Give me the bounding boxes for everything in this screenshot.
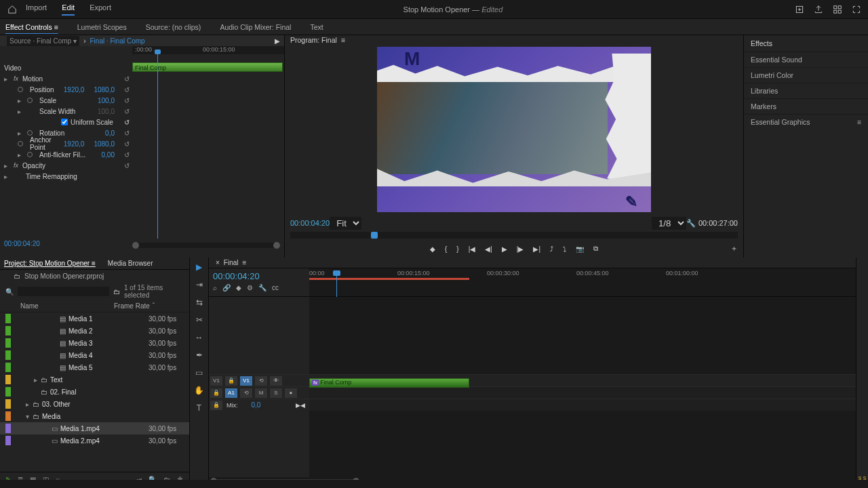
label-color-swatch[interactable] (5, 399, 11, 409)
play-effect-icon[interactable]: ▶ (275, 37, 280, 45)
label-color-swatch[interactable] (5, 436, 11, 445)
panel-tab-source[interactable]: Source: (no clips) (146, 23, 201, 31)
panel-menu-icon[interactable]: ≡ (857, 118, 861, 126)
compare-icon[interactable]: ⧉ (593, 245, 598, 253)
sequence-link[interactable]: Final · Final Comp (90, 37, 145, 45)
reset-icon[interactable]: ↺ (124, 151, 130, 159)
reset-icon[interactable]: ↺ (124, 86, 130, 94)
tab-edit[interactable]: Edit (62, 3, 75, 16)
project-item[interactable]: ▭Media 1.mp430,00 fps (0, 422, 189, 434)
panel-tab-essential-graphics[interactable]: Essential Graphics≡ (744, 114, 868, 129)
label-color-swatch[interactable] (5, 375, 11, 384)
reset-icon[interactable]: ↺ (124, 108, 130, 115)
project-item[interactable]: ▸🗀03. Other (0, 398, 189, 410)
reset-icon[interactable]: ↺ (124, 119, 130, 126)
reset-icon[interactable]: ↺ (124, 129, 130, 137)
effect-zoom-knob-right[interactable] (273, 242, 280, 249)
type-tool-icon[interactable]: T (194, 403, 205, 413)
solo-icon[interactable]: S (270, 388, 282, 398)
track-target-a1[interactable]: A1 (225, 388, 237, 398)
sequence-tab[interactable]: Final (224, 259, 239, 266)
disclosure-icon[interactable]: ▸ (34, 376, 41, 384)
project-item[interactable]: ▭Media 2.mp430,00 fps (0, 434, 189, 447)
effect-zoom-knob-left[interactable] (132, 242, 139, 249)
zoom-fit-select[interactable]: Fit (330, 217, 361, 230)
play-icon[interactable]: ▶ (502, 245, 507, 253)
wrench-icon[interactable]: 🔧 (258, 284, 267, 291)
cc-icon[interactable]: cc (272, 284, 279, 291)
search-icon[interactable]: 🔍 (5, 288, 14, 296)
reset-icon[interactable]: ↺ (124, 140, 130, 148)
project-item[interactable]: 🗀02. Final (0, 386, 189, 398)
pen-tool-icon[interactable]: ✒ (194, 350, 205, 361)
tab-import[interactable]: Import (26, 3, 47, 16)
opacity-effect[interactable]: Opacity (22, 162, 120, 169)
marker-icon[interactable]: ◆ (236, 284, 241, 291)
quick-export-icon[interactable] (795, 5, 804, 14)
scrub-playhead[interactable] (371, 232, 378, 239)
program-timecode[interactable]: 00:00:04:20 (290, 219, 330, 227)
ripple-tool-icon[interactable]: ⇆ (194, 297, 205, 308)
position-x[interactable]: 1920,0 (64, 86, 85, 94)
panel-tab-lumetri-color[interactable]: Lumetri Color (744, 67, 868, 83)
column-framerate[interactable]: Frame Rate ˆ (114, 302, 184, 310)
keyframe-toggle[interactable] (27, 98, 33, 103)
label-color-swatch[interactable] (5, 338, 11, 348)
tab-export[interactable]: Export (90, 3, 111, 16)
uniform-scale-checkbox[interactable] (61, 119, 68, 125)
anchor-x[interactable]: 1920,0 (64, 140, 85, 148)
export-frame-icon[interactable]: 📷 (576, 245, 584, 253)
fx-icon[interactable]: fx (14, 75, 18, 82)
panel-tab-markers[interactable]: Markers (744, 98, 868, 114)
rotation-value[interactable]: 0,0 (105, 129, 115, 137)
panel-tab-essential-sound[interactable]: Essential Sound (744, 52, 868, 67)
panel-tab-effects[interactable]: Effects (744, 35, 868, 52)
source-patch-v1[interactable]: V1 (210, 376, 222, 386)
anchor-y[interactable]: 1080,0 (94, 140, 115, 148)
project-item[interactable]: ▤Media 530,00 fps (0, 361, 189, 373)
hand-tool-icon[interactable]: ✋ (194, 385, 205, 396)
add-marker-icon[interactable]: ◆ (430, 245, 435, 253)
step-forward-icon[interactable]: |▶ (517, 245, 524, 253)
program-scrubber[interactable] (290, 232, 738, 239)
program-monitor[interactable]: M ✎ (377, 47, 651, 212)
panel-tab-audio-mixer[interactable]: Audio Clip Mixer: Final (220, 23, 291, 31)
sort-asc-icon[interactable]: ˆ (153, 302, 155, 310)
go-to-out-icon[interactable]: ▶| (533, 245, 540, 253)
track-target-v1[interactable]: V1 (240, 376, 252, 386)
project-item[interactable]: ▤Media 430,00 fps (0, 349, 189, 361)
fx-icon[interactable]: fx (14, 162, 18, 169)
column-name[interactable]: Name (5, 302, 114, 310)
label-color-swatch[interactable] (5, 387, 11, 396)
panel-tab-project[interactable]: Project: Stop Motion Opener ≡ (4, 260, 96, 267)
timeline-clip[interactable]: fxFinal Comp (309, 378, 469, 388)
disclosure-icon[interactable]: ▾ (26, 413, 33, 420)
label-color-swatch[interactable] (5, 350, 11, 360)
disclosure-icon[interactable]: ▸ (26, 401, 33, 408)
panel-tab-libraries[interactable]: Libraries (744, 83, 868, 98)
mute-icon[interactable]: M (255, 388, 267, 398)
project-item[interactable]: ▸🗀Text (0, 373, 189, 386)
panel-tab-text[interactable]: Text (310, 23, 323, 31)
label-color-swatch[interactable] (5, 363, 11, 372)
step-back-icon[interactable]: ◀| (485, 245, 492, 253)
wrench-icon[interactable]: 🔧 (686, 219, 696, 228)
effect-playhead[interactable] (157, 54, 158, 258)
workspace-menu-icon[interactable] (833, 5, 842, 14)
rectangle-tool-icon[interactable]: ▭ (194, 367, 205, 378)
project-item[interactable]: ▤Media 130,00 fps (0, 312, 189, 325)
project-item[interactable]: ▤Media 230,00 fps (0, 325, 189, 337)
reset-icon[interactable]: ↺ (124, 75, 130, 83)
go-to-in-icon[interactable]: |◀ (469, 245, 476, 253)
fullscreen-icon[interactable] (852, 5, 861, 14)
mix-value[interactable]: 0,0 (252, 401, 261, 409)
source-dropdown[interactable]: Source · Final Comp ▾ (7, 36, 79, 46)
label-color-swatch[interactable] (5, 411, 11, 421)
time-remapping-effect[interactable]: Time Remapping (26, 173, 132, 180)
panel-tab-effect-controls[interactable]: Effect Controls ≡ (5, 23, 58, 31)
track-lock-icon[interactable]: 🔒 (225, 376, 237, 386)
selection-tool-icon[interactable]: ▶ (194, 262, 205, 272)
track-lock-icon[interactable]: 🔒 (210, 401, 222, 410)
project-search-input[interactable] (18, 287, 109, 296)
mark-in-icon[interactable]: { (445, 245, 447, 253)
